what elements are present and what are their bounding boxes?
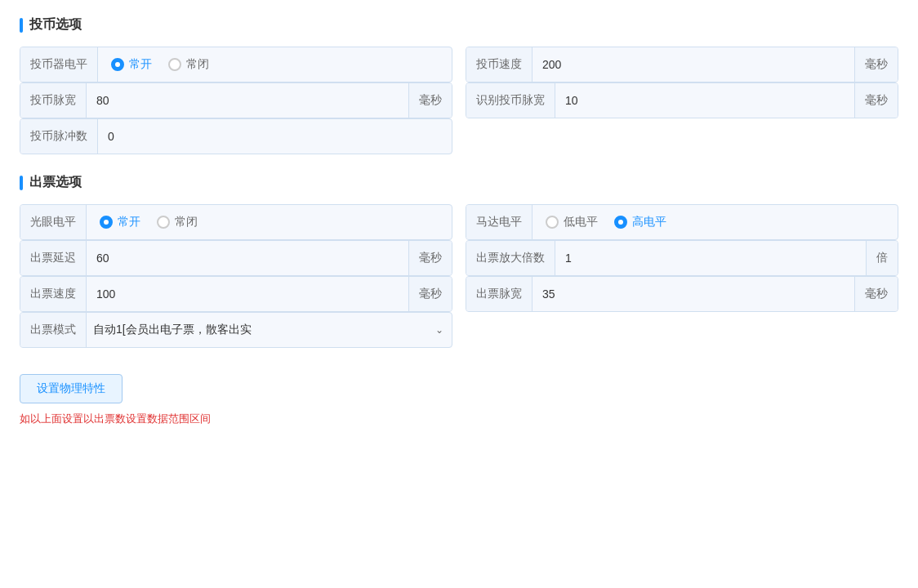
set-physical-button[interactable]: 设置物理特性 — [20, 374, 123, 403]
coin-pulse-count-col: 投币脉冲数 0 — [20, 118, 452, 154]
coin-section: 投币选项 投币器电平 常开 常闭 投币速度 — [20, 16, 898, 154]
ticket-speed-col: 出票速度 100 毫秒 — [20, 276, 452, 312]
coin-level-radio-area: 常开 常闭 — [98, 57, 452, 72]
motor-level-label: 马达电平 — [466, 205, 533, 239]
warning-text: 如以上面设置以出票数设置数据范围区间 — [20, 412, 898, 426]
light-level-changbi-circle[interactable] — [157, 216, 170, 229]
coin-pulse-width-value: 80 — [87, 94, 408, 107]
ticket-pulse-width-label: 出票脉宽 — [466, 277, 533, 311]
ticket-delay-unit: 毫秒 — [408, 241, 452, 275]
coin-pulse-count-label: 投币脉冲数 — [20, 119, 98, 154]
coin-level-field: 投币器电平 常开 常闭 — [20, 47, 452, 82]
motor-level-low-circle[interactable] — [546, 216, 559, 229]
ticket-row-2: 出票延迟 60 毫秒 出票放大倍数 1 倍 — [20, 240, 898, 276]
ticket-row-4-right-empty — [466, 312, 898, 348]
coin-pulse-width-label: 投币脉宽 — [20, 83, 87, 118]
light-level-radio-changbi[interactable]: 常闭 — [157, 215, 198, 229]
light-level-changkai-label: 常开 — [118, 215, 140, 229]
coin-speed-value: 200 — [533, 58, 854, 71]
ticket-mode-col: 出票模式 自动1[会员出电子票，散客出实 ⌄ — [20, 312, 452, 348]
ticket-mode-value: 自动1[会员出电子票，散客出实 — [87, 323, 427, 337]
ticket-mode-label: 出票模式 — [20, 313, 87, 347]
coin-level-changkai-label: 常开 — [129, 57, 152, 72]
ticket-mode-field: 出票模式 自动1[会员出电子票，散客出实 ⌄ — [20, 312, 452, 348]
coin-level-radio-changbi-circle[interactable] — [168, 58, 181, 71]
coin-speed-col: 投币速度 200 毫秒 — [466, 47, 898, 82]
motor-level-low-label: 低电平 — [564, 215, 598, 229]
coin-pulse-width-unit: 毫秒 — [408, 83, 452, 118]
light-level-label: 光眼电平 — [20, 205, 87, 239]
coin-speed-field: 投币速度 200 毫秒 — [466, 47, 898, 82]
ticket-multiplier-unit: 倍 — [866, 241, 898, 275]
ticket-title-text: 出票选项 — [29, 174, 82, 191]
ticket-pulse-width-field: 出票脉宽 35 毫秒 — [466, 276, 898, 312]
light-level-col: 光眼电平 常开 常闭 — [20, 204, 452, 240]
ticket-pulse-width-unit: 毫秒 — [854, 277, 898, 311]
coin-title-text: 投币选项 — [29, 16, 82, 33]
ticket-multiplier-value: 1 — [555, 252, 866, 265]
light-level-changbi-label: 常闭 — [175, 215, 198, 229]
ticket-delay-label: 出票延迟 — [20, 241, 87, 275]
ticket-delay-value: 60 — [87, 252, 408, 265]
coin-row-2: 投币脉宽 80 毫秒 识别投币脉宽 10 毫秒 — [20, 82, 898, 118]
ticket-row-3: 出票速度 100 毫秒 出票脉宽 35 毫秒 — [20, 276, 898, 312]
identify-pulse-width-col: 识别投币脉宽 10 毫秒 — [466, 82, 898, 118]
ticket-row-1: 光眼电平 常开 常闭 马达电平 — [20, 204, 898, 240]
coin-level-col: 投币器电平 常开 常闭 — [20, 47, 452, 82]
ticket-multiplier-field: 出票放大倍数 1 倍 — [466, 240, 898, 276]
motor-level-high-circle[interactable] — [614, 216, 627, 229]
ticket-speed-label: 出票速度 — [20, 277, 87, 311]
motor-level-radio-high[interactable]: 高电平 — [614, 215, 666, 229]
coin-level-radio-changkai-circle[interactable] — [111, 58, 124, 71]
ticket-delay-col: 出票延迟 60 毫秒 — [20, 240, 452, 276]
motor-level-field: 马达电平 低电平 高电平 — [466, 204, 898, 240]
coin-level-radio-changbi[interactable]: 常闭 — [168, 57, 209, 72]
ticket-multiplier-label: 出票放大倍数 — [466, 241, 555, 275]
coin-pulse-width-field: 投币脉宽 80 毫秒 — [20, 82, 452, 118]
light-level-field: 光眼电平 常开 常闭 — [20, 204, 452, 240]
ticket-speed-field: 出票速度 100 毫秒 — [20, 276, 452, 312]
motor-level-high-label: 高电平 — [632, 215, 666, 229]
light-level-radio-changkai[interactable]: 常开 — [100, 215, 140, 229]
identify-pulse-width-value: 10 — [555, 94, 854, 107]
coin-pulse-count-field: 投币脉冲数 0 — [20, 118, 452, 154]
motor-level-radio-low[interactable]: 低电平 — [546, 215, 598, 229]
ticket-mode-dropdown-icon[interactable]: ⌄ — [427, 324, 452, 336]
coin-pulse-width-col: 投币脉宽 80 毫秒 — [20, 82, 452, 118]
ticket-row-4: 出票模式 自动1[会员出电子票，散客出实 ⌄ — [20, 312, 898, 348]
ticket-pulse-width-col: 出票脉宽 35 毫秒 — [466, 276, 898, 312]
identify-pulse-width-field: 识别投币脉宽 10 毫秒 — [466, 82, 898, 118]
light-level-radio-area: 常开 常闭 — [87, 215, 452, 229]
light-level-changkai-circle[interactable] — [100, 216, 113, 229]
ticket-section: 出票选项 光眼电平 常开 常闭 马达电平 — [20, 174, 898, 348]
coin-level-radio-changkai[interactable]: 常开 — [111, 57, 152, 72]
coin-level-label: 投币器电平 — [20, 47, 98, 82]
ticket-pulse-width-value: 35 — [533, 287, 854, 301]
coin-section-title: 投币选项 — [20, 16, 898, 33]
coin-row-1: 投币器电平 常开 常闭 投币速度 200 毫秒 — [20, 47, 898, 82]
coin-row-3-right-empty — [466, 118, 898, 154]
identify-pulse-width-label: 识别投币脉宽 — [466, 83, 555, 118]
coin-pulse-count-value: 0 — [98, 130, 452, 143]
motor-level-radio-area: 低电平 高电平 — [533, 215, 898, 229]
ticket-speed-value: 100 — [87, 287, 408, 301]
coin-level-changbi-label: 常闭 — [186, 57, 209, 72]
identify-pulse-width-unit: 毫秒 — [854, 83, 898, 118]
coin-speed-unit: 毫秒 — [854, 47, 898, 82]
ticket-delay-field: 出票延迟 60 毫秒 — [20, 240, 452, 276]
coin-speed-label: 投币速度 — [466, 47, 533, 82]
ticket-speed-unit: 毫秒 — [408, 277, 452, 311]
motor-level-col: 马达电平 低电平 高电平 — [466, 204, 898, 240]
ticket-multiplier-col: 出票放大倍数 1 倍 — [466, 240, 898, 276]
ticket-section-title: 出票选项 — [20, 174, 898, 191]
coin-row-3: 投币脉冲数 0 — [20, 118, 898, 154]
